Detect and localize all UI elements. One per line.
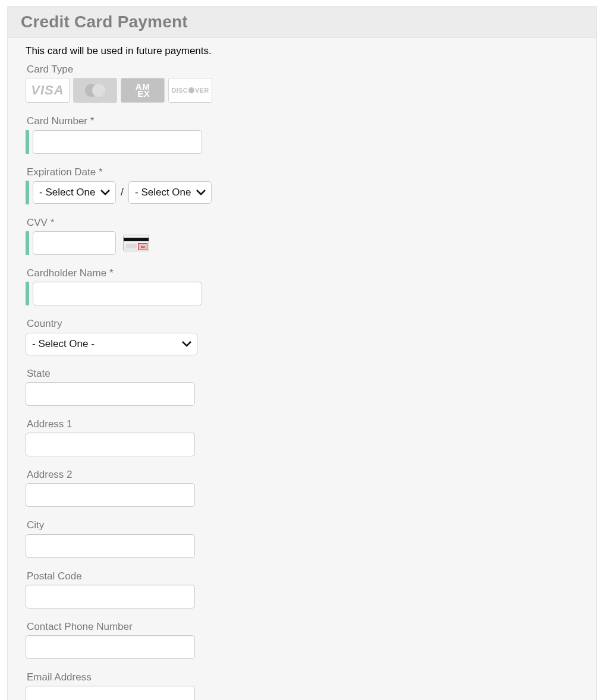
city-label: City [27, 519, 578, 531]
card-number-input[interactable] [33, 130, 202, 154]
required-indicator-icon [26, 181, 29, 204]
panel-body: This card will be used in future payment… [8, 38, 596, 700]
card-number-field: Card Number * [26, 115, 578, 153]
state-input[interactable] [26, 382, 195, 406]
exp-year-select[interactable]: - Select One [129, 182, 213, 203]
email-field: Email Address [26, 671, 578, 700]
expiration-field: Expiration Date * - Select One / - Selec… [26, 166, 578, 204]
page-title: Credit Card Payment [21, 12, 586, 31]
cardholder-label: Cardholder Name * [27, 267, 578, 279]
exp-month-select[interactable]: - Select One [33, 182, 117, 203]
address2-field: Address 2 [26, 468, 578, 507]
phone-label: Contact Phone Number [27, 620, 578, 633]
required-indicator-icon [26, 231, 29, 255]
address1-label: Address 1 [27, 418, 578, 430]
country-select[interactable]: - Select One - [26, 333, 197, 355]
phone-input[interactable] [26, 635, 195, 659]
city-input[interactable] [26, 534, 195, 558]
cardholder-field: Cardholder Name * [26, 267, 578, 305]
cvv-input[interactable] [33, 231, 116, 255]
payment-panel: Credit Card Payment This card will be us… [7, 6, 597, 700]
card-type-label: Card Type [27, 63, 578, 75]
amex-icon: AMEX [121, 78, 165, 103]
cvv-label: CVV * [27, 216, 578, 229]
cvv-hint-icon: xxx [123, 235, 149, 251]
country-field: Country - Select One - [26, 317, 578, 355]
exp-year-select-wrap: - Select One [128, 181, 212, 204]
expiration-label: Expiration Date * [27, 166, 578, 178]
card-type-field: Card Type VISA AMEX DISCVER [26, 63, 578, 103]
email-label: Email Address [27, 671, 578, 683]
cvv-field: CVV * xxx [26, 216, 578, 255]
card-brand-row: VISA AMEX DISCVER [26, 78, 578, 103]
postal-label: Postal Code [27, 570, 578, 582]
card-number-label: Card Number * [27, 115, 578, 127]
email-input[interactable] [26, 686, 195, 700]
city-field: City [26, 519, 578, 557]
panel-header: Credit Card Payment [8, 7, 596, 38]
postal-input[interactable] [26, 585, 195, 608]
address1-field: Address 1 [26, 418, 578, 456]
address1-input[interactable] [26, 433, 195, 456]
country-select-wrap: - Select One - [26, 333, 197, 355]
visa-icon: VISA [26, 78, 70, 103]
required-indicator-icon [26, 130, 29, 154]
intro-text: This card will be used in future payment… [26, 45, 578, 57]
discover-icon: DISCVER [168, 78, 212, 103]
required-indicator-icon [26, 282, 29, 305]
phone-field: Contact Phone Number [26, 620, 578, 659]
postal-field: Postal Code [26, 570, 578, 608]
country-label: Country [27, 317, 578, 330]
address2-input[interactable] [26, 483, 195, 507]
state-label: State [27, 367, 578, 380]
mastercard-icon [73, 78, 117, 103]
exp-month-select-wrap: - Select One [33, 181, 116, 204]
address2-label: Address 2 [27, 468, 578, 481]
state-field: State [26, 367, 578, 406]
cardholder-input[interactable] [33, 282, 202, 305]
date-separator: / [119, 186, 125, 198]
